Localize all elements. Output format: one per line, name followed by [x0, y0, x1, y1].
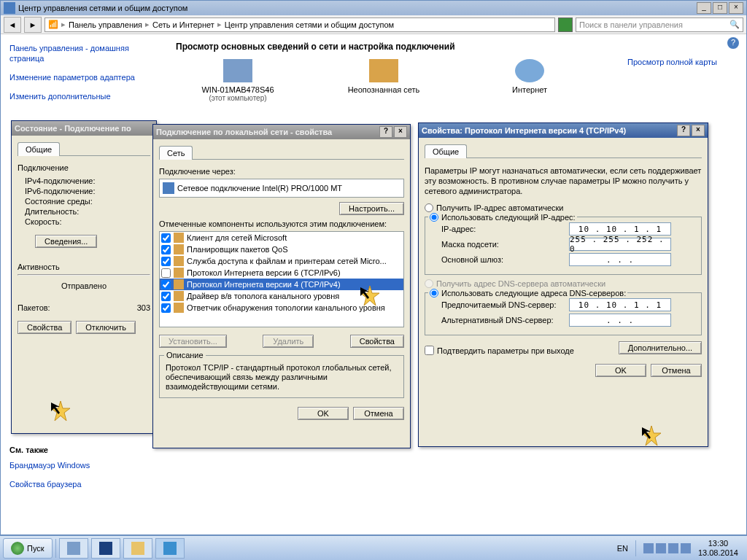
search-input[interactable]: Поиск в панели управления 🔍 [576, 18, 743, 32]
close-button[interactable]: × [729, 2, 743, 14]
clock[interactable]: 13:30 13.08.2014 [698, 539, 738, 558]
radio-auto-ip[interactable]: Получить IP-адрес автоматически [425, 203, 702, 212]
taskbar-powershell[interactable] [91, 538, 120, 559]
sidebar-link-home[interactable]: Панель управления - домашняя страница [9, 43, 138, 63]
component-item[interactable]: Протокол Интернета версии 6 (TCP/IPv6) [160, 267, 403, 279]
breadcrumb[interactable]: Панель управления [69, 20, 142, 29]
tcpip-properties-dialog: Свойства: Протокол Интернета версии 4 (T… [418, 122, 708, 447]
component-checkbox[interactable] [161, 303, 171, 313]
properties-button[interactable]: Свойства [18, 321, 71, 334]
taskbar-explorer[interactable] [59, 538, 88, 559]
component-checkbox[interactable] [161, 233, 171, 243]
dns1-input[interactable]: 10 . 10 . 1 . 1 [569, 298, 671, 311]
ok-button[interactable]: OK [595, 364, 646, 377]
connection-status-dialog: Состояние - Подключение по Общие Подключ… [11, 120, 157, 434]
radio-manual-dns[interactable]: Использовать следующие адреса DNS-сервер… [428, 289, 627, 298]
component-checkbox[interactable] [161, 268, 171, 278]
component-checkbox[interactable] [161, 280, 171, 289]
tray-icons[interactable] [643, 543, 691, 553]
adapter-icon [163, 182, 174, 194]
net-node-internet: Интернет [489, 59, 570, 102]
refresh-button[interactable] [558, 18, 573, 32]
details-button[interactable]: Сведения... [35, 235, 97, 248]
component-item[interactable]: Клиент для сетей Microsoft [160, 232, 403, 244]
configure-button[interactable]: Настроить... [339, 202, 404, 215]
dialog-titlebar[interactable]: Подключение по локальной сети - свойства… [153, 125, 410, 139]
help-button[interactable]: ? [677, 125, 690, 136]
component-properties-button[interactable]: Свойства [350, 335, 404, 348]
component-item[interactable]: Ответчик обнаружения топологии канальног… [160, 302, 403, 314]
install-button[interactable]: Установить... [159, 335, 227, 348]
sidebar-link-adapter[interactable]: Изменение параметров адаптера [9, 72, 138, 82]
component-icon [174, 233, 184, 243]
subnet-mask-input[interactable]: 255 . 255 . 252 . 0 [569, 238, 671, 251]
forward-button[interactable]: ► [24, 17, 42, 33]
network-icon [369, 59, 398, 82]
disable-button[interactable]: Отключить [76, 321, 136, 334]
sidebar-link-advanced[interactable]: Изменить дополнительные [9, 91, 138, 101]
connection-heading: Подключение [18, 163, 150, 172]
breadcrumb[interactable]: Центр управления сетями и общим доступом [225, 20, 394, 29]
net-node-network: Неопознанная сеть [344, 59, 424, 102]
component-item[interactable]: Планировщик пакетов QoS [160, 244, 403, 255]
tab-general[interactable]: Общие [425, 144, 467, 158]
see-also-heading: См. также [9, 446, 138, 454]
back-button[interactable]: ◄ [4, 17, 21, 33]
sidebar-link-firewall[interactable]: Брандмауэр Windows [9, 460, 138, 470]
start-button[interactable]: Пуск [3, 538, 53, 559]
tab-general[interactable]: Общие [18, 142, 60, 156]
component-checkbox[interactable] [161, 257, 171, 266]
search-icon: 🔍 [729, 20, 740, 29]
cancel-button[interactable]: Отмена [651, 364, 702, 377]
component-item[interactable]: Служба доступа к файлам и принтерам сете… [160, 255, 403, 267]
component-icon [174, 268, 184, 278]
component-icon [174, 303, 184, 313]
ok-button[interactable]: OK [298, 407, 349, 420]
radio-auto-dns: Получить адрес DNS-сервера автоматически [425, 279, 702, 288]
titlebar[interactable]: Центр управления сетями и общим доступом… [1, 1, 746, 15]
folder-icon: 📶 [48, 20, 58, 29]
tab-network[interactable]: Сеть [159, 146, 193, 160]
sidebar-link-browser[interactable]: Свойства браузера [9, 479, 138, 489]
page-heading: Просмотр основных сведений о сети и наст… [176, 42, 717, 52]
maximize-button[interactable]: □ [713, 2, 727, 14]
connection-properties-dialog: Подключение по локальной сети - свойства… [152, 124, 411, 448]
navbar: ◄ ► 📶 ▸ Панель управления ▸ Сеть и Интер… [1, 15, 746, 34]
help-button[interactable]: ? [379, 126, 392, 138]
component-icon [174, 291, 184, 301]
address-bar[interactable]: 📶 ▸ Панель управления ▸ Сеть и Интернет … [44, 18, 555, 32]
component-checkbox[interactable] [161, 292, 171, 301]
system-tray: EN 13:30 13.08.2014 [617, 539, 744, 558]
start-orb-icon [11, 542, 24, 555]
taskbar-network-active[interactable] [155, 538, 185, 559]
view-map-link[interactable]: Просмотр полной карты [627, 58, 717, 66]
taskbar-folder[interactable] [123, 538, 152, 559]
breadcrumb[interactable]: Сеть и Интернет [152, 20, 214, 29]
language-indicator[interactable]: EN [617, 544, 628, 553]
window-title: Центр управления сетями и общим доступом [18, 4, 187, 12]
minimize-button[interactable]: _ [697, 2, 711, 14]
component-list[interactable]: Клиент для сетей MicrosoftПланировщик па… [159, 231, 404, 327]
ip-address-input[interactable]: 10 . 10 . 1 . 1 [569, 222, 671, 236]
app-icon [4, 2, 15, 14]
close-button[interactable]: × [394, 126, 407, 138]
close-button[interactable]: × [692, 125, 705, 136]
taskbar[interactable]: Пуск EN 13:30 13.08.2014 [0, 535, 747, 560]
component-item[interactable]: Драйвер в/в тополога канального уровня [160, 290, 403, 302]
advanced-button[interactable]: Дополнительно... [619, 341, 702, 354]
adapter-box: Сетевое подключение Intel(R) PRO/1000 MT [159, 179, 404, 198]
cancel-button[interactable]: Отмена [353, 407, 404, 420]
dns2-input[interactable]: . . . [569, 314, 671, 327]
radio-manual-ip[interactable]: Использовать следующий IP-адрес: [428, 213, 577, 222]
globe-icon [515, 59, 544, 82]
component-item[interactable]: Протокол Интернета версии 4 (TCP/IPv4) [160, 279, 403, 290]
computer-icon [223, 59, 252, 82]
confirm-checkbox[interactable]: Подтвердить параметры при выходе [425, 346, 574, 355]
activity-heading: Активность [18, 262, 150, 271]
gateway-input[interactable]: . . . [569, 253, 671, 266]
component-icon [174, 279, 184, 289]
component-checkbox[interactable] [161, 245, 171, 254]
dialog-titlebar[interactable]: Свойства: Протокол Интернета версии 4 (T… [419, 123, 708, 138]
remove-button[interactable]: Удалить [263, 335, 314, 348]
dialog-titlebar[interactable]: Состояние - Подключение по [12, 121, 156, 136]
